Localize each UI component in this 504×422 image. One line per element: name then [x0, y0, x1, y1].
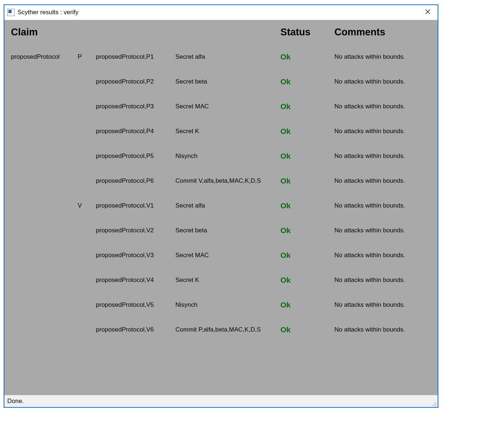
- status-bar: Done.: [4, 395, 438, 407]
- claim-desc-cell: Secret K: [175, 268, 278, 292]
- status-cell: Ok: [280, 44, 332, 69]
- status-cell: Ok: [280, 94, 332, 119]
- protocol-cell: proposedProtocol: [11, 45, 75, 69]
- role-cell: [78, 74, 93, 90]
- claim-id-cell: proposedProtocol,V5: [96, 293, 172, 317]
- claim-desc-cell: Secret MAC: [175, 244, 278, 267]
- status-text: Done.: [7, 398, 24, 405]
- claim-desc-cell: Commit P,alfa,beta,MAC,K,D,S: [175, 318, 278, 341]
- protocol-cell: [11, 322, 75, 338]
- claim-id-cell: proposedProtocol,P5: [96, 144, 172, 168]
- role-cell: [78, 173, 93, 189]
- title-bar: Scyther results : verify: [4, 5, 438, 20]
- claim-desc-cell: Secret MAC: [175, 95, 278, 118]
- claim-id-cell: proposedProtocol,V6: [96, 318, 172, 341]
- protocol-cell: [11, 98, 75, 115]
- protocol-cell: [11, 297, 75, 313]
- comment-cell: No attacks within bounds.: [334, 244, 431, 267]
- role-cell: V: [78, 194, 93, 217]
- claim-id-cell: proposedProtocol,V3: [96, 244, 172, 267]
- claim-id-cell: proposedProtocol,V1: [96, 194, 172, 217]
- status-cell: Ok: [280, 69, 332, 94]
- role-cell: P: [78, 45, 93, 69]
- role-cell: [78, 272, 93, 288]
- window-frame: Scyther results : verify Claim Status Co…: [4, 4, 438, 408]
- header-status: Status: [280, 27, 332, 44]
- role-cell: [78, 98, 93, 115]
- comment-cell: No attacks within bounds.: [334, 219, 431, 242]
- claim-id-cell: proposedProtocol,V2: [96, 219, 172, 242]
- status-cell: Ok: [280, 193, 332, 218]
- role-cell: [78, 247, 93, 263]
- claim-id-cell: proposedProtocol,P6: [96, 169, 172, 193]
- app-icon: [7, 9, 15, 16]
- claim-desc-cell: Secret beta: [175, 70, 278, 93]
- status-cell: Ok: [280, 268, 332, 293]
- comment-cell: No attacks within bounds.: [334, 268, 431, 292]
- claim-desc-cell: Secret alfa: [175, 194, 278, 217]
- comment-cell: No attacks within bounds.: [334, 95, 431, 118]
- protocol-cell: [11, 272, 75, 288]
- claim-desc-cell: Secret K: [175, 120, 278, 143]
- protocol-cell: [11, 198, 75, 214]
- claim-desc-cell: Secret alfa: [175, 45, 278, 69]
- close-icon: [425, 9, 431, 16]
- comment-cell: No attacks within bounds.: [334, 120, 431, 143]
- claim-desc-cell: Commit V,alfa,beta,MAC,K,D,S: [175, 169, 278, 193]
- comment-cell: No attacks within bounds.: [334, 293, 431, 317]
- status-cell: Ok: [280, 218, 332, 243]
- claim-desc-cell: Nisynch: [175, 293, 278, 317]
- window-title: Scyther results : verify: [18, 9, 78, 16]
- comment-cell: No attacks within bounds.: [334, 45, 431, 69]
- claim-id-cell: proposedProtocol,P4: [96, 120, 172, 143]
- comment-cell: No attacks within bounds.: [334, 144, 431, 168]
- header-claim: Claim: [11, 27, 278, 44]
- claim-id-cell: proposedProtocol,P3: [96, 95, 172, 118]
- results-grid: Claim Status Comments proposedProtocolPp…: [11, 27, 431, 342]
- resize-grip[interactable]: [431, 401, 436, 406]
- role-cell: [78, 297, 93, 313]
- status-cell: Ok: [280, 119, 332, 144]
- protocol-cell: [11, 247, 75, 263]
- role-cell: [78, 322, 93, 338]
- status-cell: Ok: [280, 243, 332, 268]
- status-cell: Ok: [280, 144, 332, 169]
- protocol-cell: [11, 148, 75, 164]
- status-cell: Ok: [280, 293, 332, 317]
- role-cell: [78, 148, 93, 164]
- claim-id-cell: proposedProtocol,P2: [96, 70, 172, 93]
- role-cell: [78, 222, 93, 239]
- close-button[interactable]: [419, 7, 436, 18]
- protocol-cell: [11, 123, 75, 139]
- status-cell: Ok: [280, 169, 332, 193]
- results-panel: Claim Status Comments proposedProtocolPp…: [4, 20, 438, 395]
- claim-desc-cell: Secret beta: [175, 219, 278, 242]
- status-cell: Ok: [280, 317, 332, 342]
- protocol-cell: [11, 173, 75, 189]
- comment-cell: No attacks within bounds.: [334, 70, 431, 93]
- claim-desc-cell: Nisynch: [175, 144, 278, 168]
- comment-cell: No attacks within bounds.: [334, 318, 431, 341]
- claim-id-cell: proposedProtocol,V4: [96, 268, 172, 292]
- role-cell: [78, 123, 93, 139]
- claim-id-cell: proposedProtocol,P1: [96, 45, 172, 69]
- protocol-cell: [11, 222, 75, 239]
- protocol-cell: [11, 74, 75, 90]
- header-comments: Comments: [334, 27, 431, 44]
- comment-cell: No attacks within bounds.: [334, 169, 431, 193]
- comment-cell: No attacks within bounds.: [334, 194, 431, 217]
